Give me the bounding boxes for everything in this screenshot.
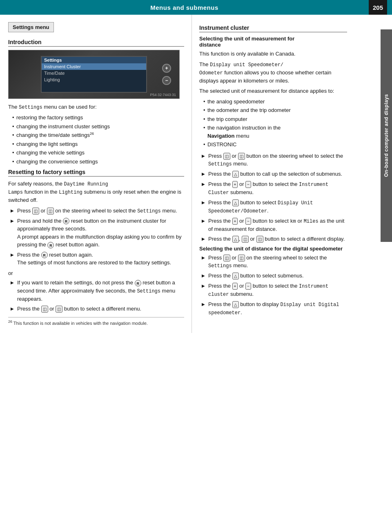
settings-code-2: Settings	[137, 208, 161, 214]
unit-digital-steps: Press ◫ or ◫ on the steering wheel to se…	[202, 254, 347, 317]
footnote: 26 This function is not available in veh…	[8, 317, 184, 326]
dig-btn-minus1: −	[245, 283, 251, 290]
screen-item-3: Lighting	[42, 76, 146, 83]
step-3: Press the R reset button again.The setti…	[11, 251, 184, 267]
intro-text: The Settings menu can be used for:	[8, 103, 184, 111]
dig-step-1: Press ◫ or ◫ on the steering wheel to se…	[202, 254, 347, 270]
unit-digital-heading: Selecting the unit of distance for the d…	[199, 246, 347, 252]
footnote-text: 26 This function is not available in veh…	[8, 321, 148, 326]
screen-item-1: Instrument Cluster	[42, 63, 146, 70]
dig-btn-plus1: +	[232, 283, 238, 290]
introduction-section: Introduction Settings Instrument Cluster…	[8, 39, 184, 165]
miles-code: Miles	[304, 219, 318, 224]
dist-btn-minus1: −	[245, 181, 251, 188]
lamps-code: Lamps	[8, 190, 23, 195]
bullet-3: changing the time/date settings26	[12, 131, 184, 139]
dist-bullet-3: the trip computer	[203, 115, 347, 123]
screen-controls: + −	[162, 64, 171, 85]
bullet-2: changing the instrument cluster settings	[12, 123, 184, 131]
header-bar: Menus and submenus 205	[0, 0, 392, 15]
reset-btn-3: R	[41, 252, 48, 258]
or-text: or	[8, 269, 184, 277]
image-caption: P54·32·7443·31	[150, 93, 176, 97]
dist-step-2: Press the △ button to call up the select…	[202, 170, 347, 178]
reset-btn-1: R	[63, 218, 69, 224]
instr-cluster-code: Instrument Cluster	[208, 182, 328, 196]
settings-code-r2: Settings	[208, 263, 232, 269]
dig-btn-2: ◫	[238, 255, 245, 262]
dig-btn-1: ◫	[223, 255, 230, 262]
plus-button: +	[162, 64, 171, 73]
dist-step-4: Press the △ button to select Display Uni…	[202, 199, 347, 215]
bullet-1: restoring the factory settings	[12, 114, 184, 122]
unit-distance-subsection: Selecting the unit of measurement fordis…	[199, 36, 347, 243]
settings-code: Settings	[19, 105, 42, 110]
step-2: Press and hold the R reset button on the…	[11, 217, 184, 249]
header-title: Menus and submenus	[0, 4, 369, 11]
dist-btn-plus1: +	[232, 181, 238, 188]
dist-btn-1: ◫	[223, 153, 230, 160]
unit-distance-steps: Press ◫ or ◫ button on the steering whee…	[202, 152, 347, 243]
unit-distance-bullets: the analog speedometer the odometer and …	[203, 98, 347, 149]
bullet-6: changing the convenience settings	[12, 158, 184, 166]
unit-digital-subsection: Selecting the unit of distance for the d…	[199, 246, 347, 317]
dig-btn-tri2: △	[232, 301, 239, 308]
step-if: If you want to retain the settings, do n…	[11, 279, 184, 303]
resetting-para1: For safety reasons, the Daytime RunningL…	[8, 180, 184, 204]
unit-distance-para2: The Display unit Speedometer/Odometer fu…	[199, 60, 347, 85]
btn-icon-1: ◫	[32, 208, 39, 215]
display-unit-code2: Display Unit Speedometer/Odometer	[208, 200, 313, 214]
dist-step-6: Press the △, ◫ or ◫ button to select a d…	[202, 235, 347, 243]
dist-bullet-5: DISTRONIC	[203, 141, 347, 149]
dist-step-1: Press ◫ or ◫ button on the steering whee…	[202, 152, 347, 168]
page-number: 205	[369, 0, 387, 15]
dig-step-2: Press the △ button to select submenus.	[202, 272, 347, 280]
dist-bullet-1: the analog speedometer	[203, 98, 347, 106]
settings-code-r1: Settings	[208, 161, 232, 167]
step-last: Press the ◫ or ◫ button to select a diff…	[11, 305, 184, 313]
instr-cluster-code2: Instrument cluster	[208, 284, 328, 297]
unit-distance-para1: This function is only available in Canad…	[199, 50, 347, 58]
settings-screen-image: Settings Instrument Cluster Time/Date Li…	[8, 50, 180, 99]
intro-bullet-list: restoring the factory settings changing …	[12, 114, 184, 165]
settings-menu-box: Settings menu	[8, 22, 54, 32]
reset-btn-4: R	[135, 280, 141, 286]
btn-icon-4: ◫	[56, 306, 62, 313]
content-wrapper: Settings menu Introduction Settings Inst…	[0, 15, 392, 333]
instrument-cluster-section: Instrument cluster Selecting the unit of…	[199, 25, 347, 317]
dist-btn-tri3: △	[232, 236, 239, 243]
screen-display: Settings Instrument Cluster Time/Date Li…	[41, 56, 147, 93]
screen-item-2: Time/Date	[42, 70, 146, 76]
step-1: Press ◫ or ◫ on the steering wheel to se…	[11, 207, 184, 215]
unit-distance-para3: The selected unit of measurement for dis…	[199, 87, 347, 95]
dig-step-3: Press the + or − button to select the In…	[202, 282, 347, 298]
display-unit-digital-code: Display unit Digital speedometer	[208, 302, 339, 316]
resetting-heading: Resetting to factory settings	[8, 169, 184, 177]
lighting-code: Lighting	[59, 190, 82, 195]
right-column: Instrument cluster Selecting the unit of…	[192, 15, 368, 333]
settings-code-3: Settings	[137, 288, 160, 294]
display-unit-code: Display unit Speedometer/Odometer	[199, 62, 283, 76]
reset-btn-2: R	[47, 242, 54, 248]
dist-btn-minus2: −	[245, 218, 251, 225]
dig-step-4: Press the △ button to display Display un…	[202, 300, 347, 317]
dist-step-3: Press the + or − button to select the In…	[202, 180, 347, 197]
dig-btn-tri1: △	[232, 273, 239, 279]
bullet-4: changing the light settings	[12, 140, 184, 148]
left-column: Settings menu Introduction Settings Inst…	[0, 15, 192, 333]
dist-bullet-4: the navigation instruction in theNavigat…	[203, 124, 347, 140]
dist-btn-4: ◫	[256, 236, 263, 243]
dist-bullet-2: the odometer and the trip odometer	[203, 106, 347, 114]
minus-button: −	[162, 76, 171, 85]
dist-btn-plus2: +	[232, 218, 238, 225]
unit-distance-heading: Selecting the unit of measurement fordis…	[199, 36, 347, 48]
btn-icon-3: ◫	[41, 306, 48, 313]
daytime-code: Daytime Running	[64, 181, 108, 187]
dist-btn-tri1: △	[232, 171, 239, 178]
dist-step-5: Press the + or − button to select km or …	[202, 217, 347, 233]
km-code: km	[290, 219, 296, 224]
bullet-5: changing the vehicle settings	[12, 149, 184, 157]
dist-btn-3: ◫	[242, 236, 249, 243]
dist-btn-tri2: △	[232, 199, 239, 206]
introduction-heading: Introduction	[8, 39, 184, 47]
